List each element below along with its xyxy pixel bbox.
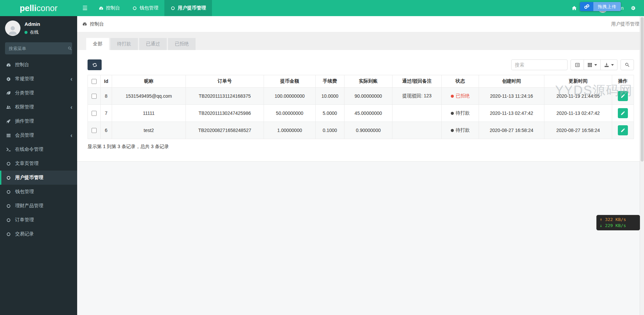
cell-actual: 0.90000000: [344, 122, 392, 139]
circle-icon: [170, 6, 175, 11]
magnifier-icon: [625, 62, 630, 68]
nav-tab-0[interactable]: 控制台: [93, 0, 126, 16]
circle-icon: [5, 232, 12, 237]
menu-search-input[interactable]: [9, 46, 68, 51]
column-header-0[interactable]: Id: [101, 75, 112, 88]
chevron-left-icon: ‹: [70, 105, 72, 109]
column-header-3[interactable]: 提币金额: [264, 75, 316, 88]
users-icon: [5, 105, 12, 110]
row-checkbox[interactable]: [92, 128, 97, 133]
advanced-search-button[interactable]: [621, 59, 634, 70]
top-navbar: ☰ 控制台钱包管理用户提币管理 Admin 拖拽上传: [77, 0, 644, 16]
columns-dropdown-button[interactable]: [584, 59, 601, 70]
circle-icon: [5, 189, 12, 194]
column-header-9[interactable]: 更新时间: [544, 75, 612, 88]
filter-tab-0[interactable]: 全部: [86, 38, 109, 50]
row-select-cell: [88, 105, 101, 122]
column-header-10[interactable]: 操作: [612, 75, 634, 88]
cell-amount: 50.00000000: [264, 105, 316, 122]
home-icon: [572, 5, 577, 11]
cell-updated-at: 2020-08-27 16:58:24: [544, 122, 612, 139]
panel-body: Id昵称订单号提币金额手续费实际到账通过/驳回备注状态创建时间更新时间操作 81…: [77, 50, 644, 161]
sidebar-item-9[interactable]: 钱包管理: [0, 185, 77, 199]
app-logo[interactable]: pelliconor: [0, 0, 77, 16]
circle-icon: [5, 218, 12, 223]
cell-actual: 90.00000000: [344, 88, 392, 105]
column-header-8[interactable]: 创建时间: [479, 75, 544, 88]
filter-tabstrip: 全部待打款已通过已拒绝: [77, 32, 644, 50]
cell-order-no: TB202011130247425986: [186, 105, 264, 122]
column-header-7[interactable]: 状态: [442, 75, 479, 88]
sidebar-item-3[interactable]: 权限管理‹: [0, 100, 77, 114]
column-header-4[interactable]: 手续费: [316, 75, 344, 88]
filter-tab-1[interactable]: 待打款: [110, 38, 138, 50]
circle-icon: [5, 161, 12, 166]
upload-speed: ↑ 322 KB/s: [600, 217, 637, 223]
toggle-view-button[interactable]: [571, 59, 584, 70]
network-speed-overlay: ↑ 322 KB/s ↓ 229 KB/s: [596, 215, 640, 230]
page-title: 用户提币管理: [611, 21, 639, 27]
row-checkbox[interactable]: [92, 94, 97, 99]
cogs-icon: [631, 5, 636, 11]
cell-nickname: 1531549495@qq.com: [112, 88, 186, 105]
sidebar-item-label: 控制台: [15, 62, 29, 68]
sidebar-item-11[interactable]: 订单管理: [0, 213, 77, 227]
sidebar-toggle-button[interactable]: ☰: [77, 0, 93, 16]
row-select-cell: [88, 122, 101, 139]
cell-actions: [612, 122, 634, 139]
drag-upload-extension-button[interactable]: 拖拽上传: [580, 2, 621, 11]
dashboard-icon: [99, 6, 104, 11]
sidebar-item-10[interactable]: 理财产品管理: [0, 199, 77, 213]
sidebar-item-4[interactable]: 插件管理: [0, 114, 77, 128]
nav-tab-1[interactable]: 钱包管理: [126, 0, 164, 16]
scrollbar-thumb[interactable]: [641, 17, 644, 162]
edit-button[interactable]: [618, 91, 628, 101]
column-header-1[interactable]: 昵称: [112, 75, 186, 88]
cell-fee: 5.0000: [316, 105, 344, 122]
withdraw-table: Id昵称订单号提币金额手续费实际到账通过/驳回备注状态创建时间更新时间操作 81…: [88, 75, 634, 139]
cell-amount: 1.00000000: [264, 122, 316, 139]
column-header-5[interactable]: 实际到账: [344, 75, 392, 88]
export-icon: [604, 62, 609, 68]
scrollbar[interactable]: [640, 16, 644, 315]
filter-tab-3[interactable]: 已拒绝: [168, 38, 196, 50]
edit-button[interactable]: [618, 125, 628, 135]
nav-tab-label: 钱包管理: [140, 5, 158, 11]
column-header-6[interactable]: 通过/驳回备注: [392, 75, 442, 88]
sidebar-item-label: 用户提币管理: [15, 175, 43, 181]
sidebar-item-8[interactable]: 用户提币管理: [0, 171, 77, 185]
cell-remark: [392, 122, 442, 139]
refresh-button[interactable]: [88, 59, 102, 70]
sidebar-item-1[interactable]: 常规管理‹: [0, 72, 77, 86]
chevron-left-icon: ‹: [70, 133, 72, 138]
cell-updated-at: 2020-11-13 02:47:42: [544, 105, 612, 122]
cell-created-at: 2020-08-27 16:58:24: [479, 122, 544, 139]
edit-button[interactable]: [618, 108, 628, 118]
sidebar-item-6[interactable]: 在线命令管理: [0, 142, 77, 156]
filter-tab-2[interactable]: 已通过: [139, 38, 167, 50]
select-all-checkbox[interactable]: [92, 79, 97, 84]
rocket-icon: [5, 119, 12, 124]
cell-nickname: 11111: [112, 105, 186, 122]
dashboard-icon: [5, 62, 12, 68]
cell-status: 已拒绝: [442, 88, 479, 105]
sidebar-item-5[interactable]: 会员管理‹: [0, 128, 77, 142]
download-speed: ↓ 229 KB/s: [600, 223, 637, 229]
export-dropdown-button[interactable]: [601, 59, 618, 70]
status-dot: [451, 95, 454, 98]
sidebar-item-label: 插件管理: [15, 118, 34, 124]
sidebar-item-7[interactable]: 文章页管理: [0, 156, 77, 171]
sidebar-item-0[interactable]: 控制台: [0, 58, 77, 72]
pencil-icon: [621, 94, 625, 98]
settings-button[interactable]: [626, 0, 640, 16]
row-checkbox[interactable]: [92, 111, 97, 116]
table-search-input[interactable]: [511, 59, 568, 70]
sidebar-item-2[interactable]: 分类管理: [0, 86, 77, 100]
column-header-2[interactable]: 订单号: [186, 75, 264, 88]
sidebar-item-label: 会员管理: [15, 132, 34, 138]
nav-tab-2[interactable]: 用户提币管理: [164, 0, 212, 16]
content-background: [77, 161, 644, 315]
status-badge: 待打款: [451, 110, 470, 116]
home-button[interactable]: [567, 0, 581, 16]
sidebar-item-12[interactable]: 交易记录: [0, 227, 77, 241]
